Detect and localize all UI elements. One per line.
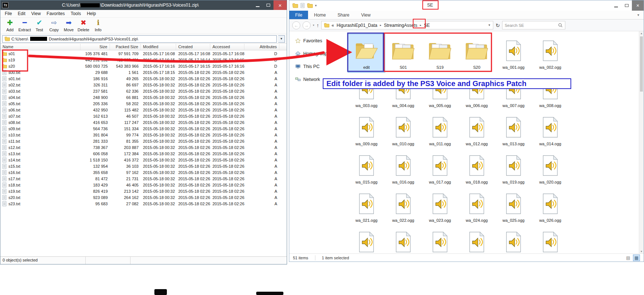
file-wa_007.ogg[interactable]: wa_007.ogg <box>495 72 532 111</box>
archive-row-s23.txt[interactable]: s23.txt95 68327 0822015-05-18 00:322015-… <box>0 200 287 207</box>
up-button[interactable]: ↑ <box>316 22 319 28</box>
file-wa_004.ogg[interactable]: wa_004.ogg <box>385 72 422 111</box>
back-button[interactable]: ← <box>292 21 300 29</box>
archive-row-s18.txt[interactable]: s18.txt183 42946 4052015-05-18 00:322015… <box>0 182 287 188</box>
scroll-up-icon[interactable]: ▲ <box>639 32 644 35</box>
tab-file[interactable]: File <box>289 11 308 19</box>
archive-row-s08.txt[interactable]: s08.txt416 653117 2472015-05-18 00:32201… <box>0 119 287 125</box>
archive-row-s19[interactable]: s19443 292 152412 025 4012015-05-17 16:1… <box>0 57 287 63</box>
file-wa_003.ogg[interactable]: wa_003.ogg <box>348 72 385 111</box>
address-breadcrumb-bar[interactable]: « HigurashiEp01_Data▸StreamingAssets▸SE … <box>321 21 493 29</box>
maximize-button[interactable] <box>263 0 273 10</box>
properties-icon[interactable] <box>307 3 313 8</box>
file-wa_012.ogg[interactable]: wa_012.ogg <box>458 111 495 149</box>
thumbnail-view-icon[interactable]: ▦ <box>633 255 640 261</box>
column-header-modified[interactable]: Modified <box>141 44 176 50</box>
history-dropdown-icon[interactable]: ▾ <box>313 24 314 27</box>
new-folder-icon[interactable] <box>300 3 305 8</box>
scroll-down-icon[interactable]: ▼ <box>639 250 644 253</box>
search-input[interactable] <box>505 23 557 28</box>
archive-row-s00.txt[interactable]: s00.txt29 6881 5612015-05-17 18:152015-0… <box>0 69 287 75</box>
file-wa_024.ogg[interactable]: wa_024.ogg <box>458 187 495 225</box>
file-ogg[interactable] <box>458 225 495 253</box>
file-ogg[interactable] <box>422 225 458 253</box>
file-wa_015.ogg[interactable]: wa_015.ogg <box>348 149 385 187</box>
menu-edit[interactable]: Edit <box>15 11 28 16</box>
address-dropdown-icon[interactable]: ▼ <box>488 24 491 27</box>
file-wa_001.ogg[interactable]: wa_001.ogg <box>495 34 532 72</box>
column-header-accessed[interactable]: Accessed <box>210 44 244 50</box>
menu-tools[interactable]: Tools <box>68 11 84 16</box>
archive-row-s04.txt[interactable]: s04.txt248 90066 8812015-05-18 00:322015… <box>0 94 287 100</box>
tab-share[interactable]: Share <box>332 11 355 19</box>
file-wa_010.ogg[interactable]: wa_010.ogg <box>385 111 422 149</box>
scrollbar-thumb[interactable] <box>640 36 643 92</box>
maximize-button[interactable] <box>621 0 632 11</box>
toolbar-move-button[interactable]: ➡Move <box>61 18 76 32</box>
toolbar-copy-button[interactable]: ⇨Copy <box>47 18 61 32</box>
archive-row-s03.txt[interactable]: s03.txt237 58162 3362015-05-18 00:322015… <box>0 88 287 94</box>
tab-home[interactable]: Home <box>308 11 332 19</box>
toolbar-add-button[interactable]: ✚Add <box>3 18 17 32</box>
archive-row-s20.txt[interactable]: s20.txt923 089264 1622015-05-18 00:32201… <box>0 194 287 200</box>
file-ogg[interactable] <box>532 225 569 253</box>
folder-S01[interactable]: S01 <box>385 34 422 72</box>
file-wa_014.ogg[interactable]: wa_014.ogg <box>532 111 569 149</box>
qat-dropdown-icon[interactable]: ▾ <box>315 4 317 7</box>
file-ogg[interactable] <box>495 225 532 253</box>
folder-S20[interactable]: S20 <box>458 34 495 72</box>
file-wa_017.ogg[interactable]: wa_017.ogg <box>422 149 458 187</box>
archive-row-s20[interactable]: s20580 093 725543 383 9662015-05-17 16:1… <box>0 63 287 69</box>
folder-S19[interactable]: S19 <box>422 34 458 72</box>
file-ogg[interactable] <box>348 225 385 253</box>
file-wa_019.ogg[interactable]: wa_019.ogg <box>495 149 532 187</box>
archive-row-s11.txt[interactable]: s11.txt281 33381 3552015-05-18 00:322015… <box>0 138 287 144</box>
search-box[interactable] <box>502 21 565 29</box>
file-wa_013.ogg[interactable]: wa_013.ogg <box>495 111 532 149</box>
file-wa_005.ogg[interactable]: wa_005.ogg <box>422 72 458 111</box>
folder-icon[interactable] <box>292 3 298 8</box>
toolbar-extract-button[interactable]: ━Extract <box>17 18 32 32</box>
file-wa_016.ogg[interactable]: wa_016.ogg <box>385 149 422 187</box>
file-wa_006.ogg[interactable]: wa_006.ogg <box>458 72 495 111</box>
file-wa_020.ogg[interactable]: wa_020.ogg <box>532 149 569 187</box>
sidebar-item-this-pc[interactable]: This PC <box>289 63 344 70</box>
toolbar-info-button[interactable]: ℹInfo <box>91 18 105 32</box>
address-dropdown-button[interactable]: ▼ <box>278 35 285 43</box>
file-wa_025.ogg[interactable]: wa_025.ogg <box>495 187 532 225</box>
toolbar-delete-button[interactable]: ✖Delete <box>76 18 91 32</box>
forward-button[interactable]: → <box>303 21 311 29</box>
close-button[interactable]: × <box>273 0 287 10</box>
file-wa_009.ogg[interactable]: wa_009.ogg <box>348 111 385 149</box>
address-field[interactable]: C:\Users\Downloads\Higurashi\HigurashiPS… <box>2 35 277 43</box>
sidebar-item-network[interactable]: Network <box>289 76 344 83</box>
breadcrumb-se[interactable]: SE <box>424 23 430 28</box>
archive-row-s01[interactable]: s01105 376 48197 591 7092015-05-17 16:08… <box>0 50 287 57</box>
file-wa_011.ogg[interactable]: wa_011.ogg <box>422 111 458 149</box>
breadcrumb-streamingassets[interactable]: StreamingAssets <box>384 23 417 28</box>
folder-edit[interactable]: edit <box>348 34 385 72</box>
explorer-titlebar[interactable]: ▾ SE × <box>289 0 644 11</box>
archive-row-s12.txt[interactable]: s12.txt738 367203 8872015-05-18 00:32201… <box>0 144 287 150</box>
refresh-button[interactable]: ↻ <box>495 22 500 28</box>
details-view-icon[interactable]: ▤ <box>625 255 631 261</box>
archive-row-s16.txt[interactable]: s16.txt355 65897 1622015-05-18 00:322015… <box>0 169 287 175</box>
archive-row-s10.txt[interactable]: s10.txt391 80499 7742015-05-18 00:322015… <box>0 132 287 138</box>
column-header-attributes[interactable]: Attributes <box>244 44 279 50</box>
file-wa_023.ogg[interactable]: wa_023.ogg <box>422 187 458 225</box>
archive-row-s17.txt[interactable]: s17.txt81 47221 7312015-05-18 00:322015-… <box>0 175 287 182</box>
column-header-packed-size[interactable]: Packed Size <box>110 44 141 50</box>
minimize-button[interactable] <box>252 0 263 10</box>
file-wa_002.ogg[interactable]: wa_002.ogg <box>532 34 569 72</box>
column-header-created[interactable]: Created <box>176 44 210 50</box>
scrollbar[interactable]: ▲ ▼ <box>639 31 644 253</box>
file-wa_026.ogg[interactable]: wa_026.ogg <box>532 187 569 225</box>
toolbar-test-button[interactable]: ✔Test <box>32 18 47 32</box>
archive-row-s02.txt[interactable]: s02.txt326 31186 6972015-05-18 00:322015… <box>0 82 287 88</box>
file-wa_008.ogg[interactable]: wa_008.ogg <box>532 72 569 111</box>
menu-file[interactable]: File <box>2 11 15 16</box>
menu-view[interactable]: View <box>28 11 44 16</box>
ribbon-expand-icon[interactable]: ▾ <box>637 13 639 17</box>
archive-row-s13.txt[interactable]: s13.txt606 058172 3842015-05-18 00:32201… <box>0 150 287 157</box>
archive-row-s05.txt[interactable]: s05.txt205 33658 2022015-05-18 00:322015… <box>0 100 287 107</box>
